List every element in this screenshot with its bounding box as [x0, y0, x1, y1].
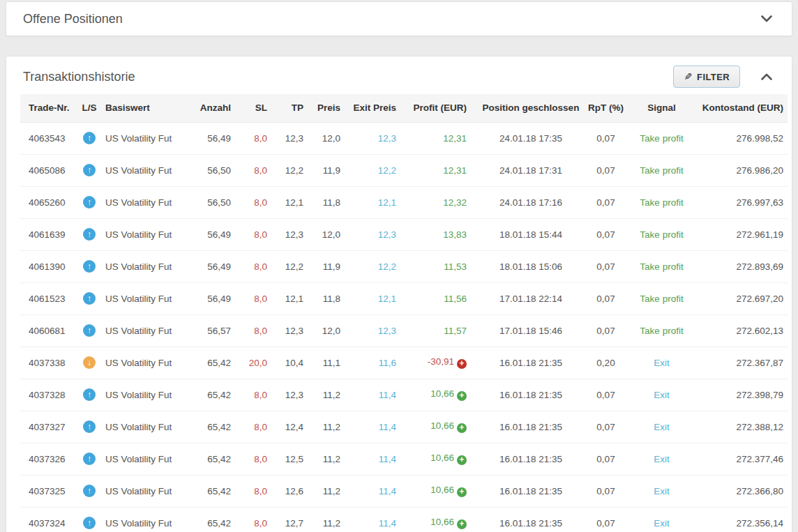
- transaction-history-header[interactable]: Transaktionshistorie ✎ FILTER: [6, 56, 792, 93]
- signal-label[interactable]: Take profit: [640, 229, 683, 240]
- basiswert-cell: US Volatility Fut: [100, 250, 172, 282]
- trade-nr-cell: 4061390: [20, 250, 79, 282]
- signal-label[interactable]: Take profit: [640, 165, 683, 176]
- col-header-rpt: RpT (%): [587, 94, 625, 122]
- long-arrow-up-icon: ↑: [83, 228, 96, 241]
- signal-label[interactable]: Take profit: [640, 197, 683, 208]
- table-row: 4037338 ↓ US Volatility Fut 65,42 20,0 1…: [20, 347, 788, 379]
- open-positions-title: Offene Positionen: [23, 12, 123, 26]
- long-arrow-up-icon: ↑: [83, 132, 96, 144]
- table-row: 4037324 ↑ US Volatility Fut 65,42 8,0 12…: [20, 507, 788, 532]
- geschlossen-cell: 17.01.18 15:46: [475, 314, 587, 347]
- profit-cell: 10,66+: [402, 411, 475, 443]
- preis-cell: 11,2: [309, 379, 346, 411]
- exit-preis-link[interactable]: 11,4: [379, 518, 396, 529]
- signal-cell: Take profit: [625, 122, 698, 154]
- col-header-profit: Profit (EUR): [402, 94, 475, 122]
- rpt-cell: 0,07: [587, 443, 625, 475]
- exit-preis-link[interactable]: 12,3: [378, 133, 396, 144]
- direction-cell: ↑: [79, 282, 100, 314]
- transaction-history-title: Transaktionshistorie: [23, 70, 135, 84]
- basiswert-cell: US Volatility Fut: [100, 347, 172, 379]
- kontostand-cell: 272.388,12: [698, 411, 788, 443]
- tp-cell: 12,3: [273, 122, 309, 154]
- rpt-cell: 0,07: [587, 282, 625, 314]
- sl-cell: 8,0: [236, 314, 273, 347]
- exit-preis-link[interactable]: 11,6: [379, 358, 396, 368]
- exit-preis-cell: 11,4: [346, 507, 402, 532]
- filter-button[interactable]: ✎ FILTER: [673, 66, 740, 88]
- signal-label[interactable]: Take profit: [640, 294, 683, 304]
- basiswert-cell: US Volatility Fut: [100, 282, 172, 314]
- signal-cell: Exit: [625, 475, 698, 507]
- filter-button-label: FILTER: [697, 72, 730, 82]
- signal-label[interactable]: Exit: [654, 518, 670, 529]
- exit-preis-link[interactable]: 11,4: [379, 422, 396, 432]
- plus-circle-icon: +: [457, 519, 467, 529]
- signal-cell: Exit: [625, 379, 698, 411]
- exit-preis-link[interactable]: 12,3: [378, 229, 396, 240]
- exit-preis-link[interactable]: 11,4: [379, 486, 396, 496]
- tp-cell: 12,7: [273, 507, 309, 532]
- rpt-cell: 0,07: [587, 122, 625, 154]
- table-row: 4060681 ↑ US Volatility Fut 56,57 8,0 12…: [20, 314, 788, 347]
- exit-preis-link[interactable]: 12,3: [378, 326, 396, 336]
- open-positions-panel: Offene Positionen: [6, 1, 792, 36]
- table-row: 4065260 ↑ US Volatility Fut 56,50 8,0 12…: [20, 186, 788, 218]
- anzahl-cell: 65,42: [172, 379, 236, 411]
- exit-preis-link[interactable]: 12,1: [378, 197, 396, 208]
- direction-cell: ↑: [79, 475, 100, 507]
- exit-preis-link[interactable]: 12,1: [378, 294, 396, 304]
- table-row: 4063543 ↑ US Volatility Fut 56,49 8,0 12…: [20, 122, 788, 154]
- geschlossen-cell: 24.01.18 17:16: [475, 186, 587, 218]
- sl-cell: 8,0: [236, 507, 273, 532]
- kontostand-cell: 272.377,46: [698, 443, 788, 475]
- signal-label[interactable]: Exit: [654, 358, 670, 368]
- exit-preis-cell: 12,3: [346, 314, 402, 347]
- exit-preis-cell: 11,4: [346, 475, 402, 507]
- exit-preis-link[interactable]: 12,2: [378, 261, 396, 272]
- anzahl-cell: 65,42: [172, 443, 236, 475]
- signal-label[interactable]: Exit: [654, 454, 670, 464]
- basiswert-cell: US Volatility Fut: [100, 379, 172, 411]
- signal-cell: Take profit: [625, 250, 698, 282]
- transaction-table: Trade-Nr. L/S Basiswert Anzahl SL TP Pre…: [20, 94, 788, 532]
- long-arrow-up-icon: ↑: [83, 164, 96, 176]
- geschlossen-cell: 24.01.18 17:31: [475, 154, 587, 186]
- table-row: 4037326 ↑ US Volatility Fut 65,42 8,0 12…: [20, 443, 788, 475]
- transaction-table-wrap: Trade-Nr. L/S Basiswert Anzahl SL TP Pre…: [6, 93, 792, 532]
- preis-cell: 11,9: [309, 154, 346, 186]
- trade-nr-cell: 4061523: [20, 282, 79, 314]
- signal-cell: Exit: [625, 411, 698, 443]
- plus-circle-icon: +: [457, 455, 467, 465]
- trade-nr-cell: 4037324: [20, 507, 79, 532]
- signal-label[interactable]: Exit: [654, 486, 670, 496]
- sl-cell: 8,0: [236, 218, 273, 250]
- pencil-icon: ✎: [684, 71, 692, 82]
- long-arrow-up-icon: ↑: [83, 517, 96, 529]
- signal-label[interactable]: Take profit: [640, 133, 683, 144]
- exit-preis-link[interactable]: 11,4: [379, 454, 396, 464]
- exit-preis-link[interactable]: 11,4: [379, 390, 396, 400]
- signal-label[interactable]: Exit: [654, 422, 670, 432]
- kontostand-cell: 272.356,14: [698, 507, 788, 532]
- signal-label[interactable]: Exit: [654, 390, 670, 400]
- exit-preis-link[interactable]: 12,2: [378, 165, 396, 176]
- direction-cell: ↑: [79, 218, 100, 250]
- open-positions-header[interactable]: Offene Positionen: [6, 2, 792, 36]
- profit-cell: 10,66+: [402, 475, 475, 507]
- kontostand-cell: 272.602,13: [698, 314, 788, 347]
- geschlossen-cell: 16.01.18 21:35: [475, 475, 587, 507]
- tp-cell: 12,3: [273, 314, 309, 347]
- anzahl-cell: 56,49: [172, 122, 236, 154]
- chevron-down-icon[interactable]: [758, 13, 775, 25]
- col-header-tp: TP: [273, 94, 309, 122]
- signal-label[interactable]: Take profit: [640, 261, 683, 272]
- chevron-up-icon[interactable]: [758, 70, 775, 83]
- preis-cell: 11,2: [309, 507, 346, 532]
- signal-label[interactable]: Take profit: [640, 326, 683, 336]
- signal-cell: Take profit: [625, 218, 698, 250]
- preis-cell: 11,2: [309, 443, 346, 475]
- trade-nr-cell: 4037325: [20, 475, 79, 507]
- trade-nr-cell: 4061639: [20, 218, 79, 250]
